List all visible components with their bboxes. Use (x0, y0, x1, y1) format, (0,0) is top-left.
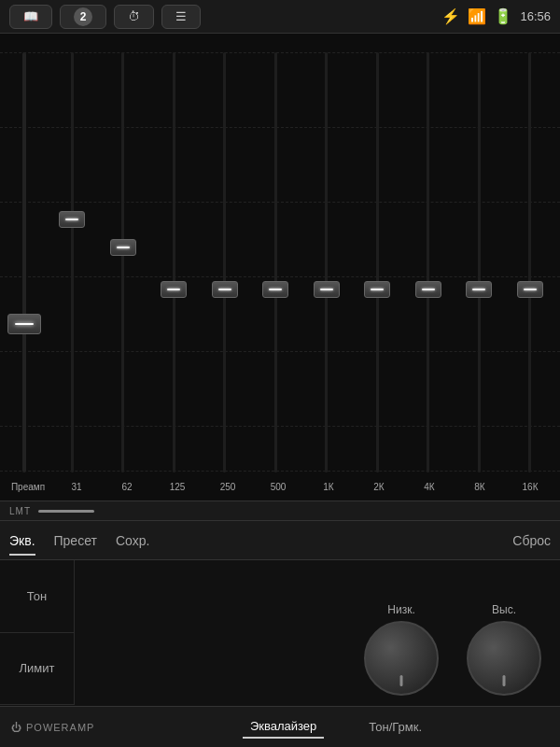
channel-62-handle[interactable] (110, 239, 136, 256)
channel-62-track (121, 52, 124, 472)
disc-button[interactable]: ⏱ (114, 5, 154, 29)
channel-500-track (274, 52, 277, 472)
channel-2k-track (376, 52, 379, 472)
sidebar-item-ton[interactable]: Тон (0, 560, 74, 633)
channel-1k-handle[interactable] (314, 281, 340, 298)
knob-low-indicator (400, 675, 403, 686)
lmt-indicator (38, 510, 94, 513)
knob-low-label: Низк. (387, 603, 414, 616)
power-icon: ⏻ (11, 722, 22, 733)
channel-250-handle[interactable] (212, 281, 238, 298)
channel-4k-track (427, 52, 429, 472)
knob-high[interactable] (467, 621, 541, 696)
channel-2k-handle[interactable] (364, 281, 390, 298)
book-button[interactable]: 📖 (9, 5, 52, 29)
knobs-area: Низк. Выс. (75, 560, 560, 705)
label-62: 62 (102, 482, 152, 492)
badge-count: 2 (74, 7, 92, 26)
label-8k: 8К (455, 482, 505, 492)
channel-250-track (223, 52, 226, 472)
channel-1k-track (325, 52, 328, 472)
tab-preset[interactable]: Пресет (54, 529, 97, 552)
channel-1k (301, 34, 353, 472)
preamp-handle[interactable] (7, 314, 41, 334)
preamp-fader[interactable] (7, 52, 41, 472)
bottom-tab-eq[interactable]: Эквалайзер (243, 715, 324, 739)
status-bar: 📖 2 ⏱ ☰ ⚡ 📶 🔋 16:56 (0, 0, 560, 34)
disc-icon: ⏱ (128, 9, 140, 23)
badge-button[interactable]: 2 (60, 5, 106, 29)
tab-ekv[interactable]: Экв. (9, 529, 35, 552)
label-preamp: Преамп (5, 482, 51, 492)
labels-row: Преамп 31 62 125 250 500 1К 2К 4К 8К 16К (0, 472, 560, 500)
channel-31-track (71, 52, 74, 472)
channel-125-handle[interactable] (161, 281, 187, 298)
channel-2k (352, 34, 403, 472)
tab-bar: Экв. Пресет Сохр. Сброс (0, 521, 560, 560)
channel-250 (200, 34, 251, 472)
book-icon: 📖 (23, 9, 38, 23)
knob-low-group: Низк. (364, 603, 439, 696)
preamp-track (22, 52, 26, 472)
status-bar-right: ⚡ 📶 🔋 16:56 (441, 7, 551, 25)
label-250: 250 (203, 482, 253, 492)
menu-icon: ☰ (175, 9, 187, 23)
knob-high-group: Выс. (467, 603, 541, 696)
channel-16k-track (528, 52, 531, 472)
knob-high-indicator (503, 675, 506, 686)
label-125: 125 (152, 482, 203, 492)
bolt-icon: ⚡ (441, 7, 460, 25)
status-bar-left: 📖 2 ⏱ ☰ (9, 5, 201, 29)
menu-button[interactable]: ☰ (161, 5, 201, 29)
eq-area: Преамп 31 62 125 250 500 1К 2К 4К 8К 16К (0, 34, 560, 500)
channel-500 (250, 34, 301, 472)
channel-500-handle[interactable] (262, 281, 288, 298)
battery-icon: 🔋 (494, 7, 512, 25)
bottom-nav: ⏻ POWERAMP Эквалайзер Тон/Грмк. (0, 706, 560, 747)
label-2k: 2К (354, 482, 404, 492)
reset-button[interactable]: Сброс (512, 533, 551, 548)
tab-save[interactable]: Сохр. (116, 529, 149, 552)
label-16k: 16К (505, 482, 555, 492)
label-31: 31 (51, 482, 102, 492)
bottom-tab-tone[interactable]: Тон/Грмк. (361, 716, 429, 738)
sidebar-item-limit[interactable]: Лимит (0, 633, 74, 706)
label-4k: 4К (404, 482, 455, 492)
lmt-bar: LMT (0, 500, 560, 521)
channel-31 (47, 34, 98, 472)
channel-125 (148, 34, 200, 472)
channel-125-track (173, 52, 175, 472)
clock: 16:56 (520, 9, 551, 23)
label-1k: 1К (303, 482, 354, 492)
channel-16k (505, 34, 556, 472)
channel-16k-handle[interactable] (517, 281, 543, 298)
wifi-icon: 📶 (468, 7, 486, 25)
channel-8k-track (478, 52, 481, 472)
bottom-controls: Тон Лимит Низк. Выс. (0, 560, 560, 705)
channels-container (47, 34, 555, 472)
channel-62 (98, 34, 149, 472)
knobs-row: Низк. Выс. (364, 603, 541, 696)
channel-4k-handle[interactable] (415, 281, 441, 298)
logo-area: ⏻ POWERAMP (0, 722, 112, 733)
poweramp-logo: ⏻ POWERAMP (11, 722, 94, 733)
knob-high-label: Выс. (492, 603, 516, 616)
lmt-label: LMT (9, 506, 31, 516)
sidebar: Тон Лимит (0, 560, 75, 705)
channel-4k (403, 34, 455, 472)
knob-low[interactable] (364, 621, 439, 696)
channel-31-handle[interactable] (59, 211, 85, 228)
label-500: 500 (253, 482, 303, 492)
channel-8k (454, 34, 505, 472)
bottom-nav-tabs: Эквалайзер Тон/Грмк. (112, 715, 560, 739)
channel-8k-handle[interactable] (466, 281, 492, 298)
